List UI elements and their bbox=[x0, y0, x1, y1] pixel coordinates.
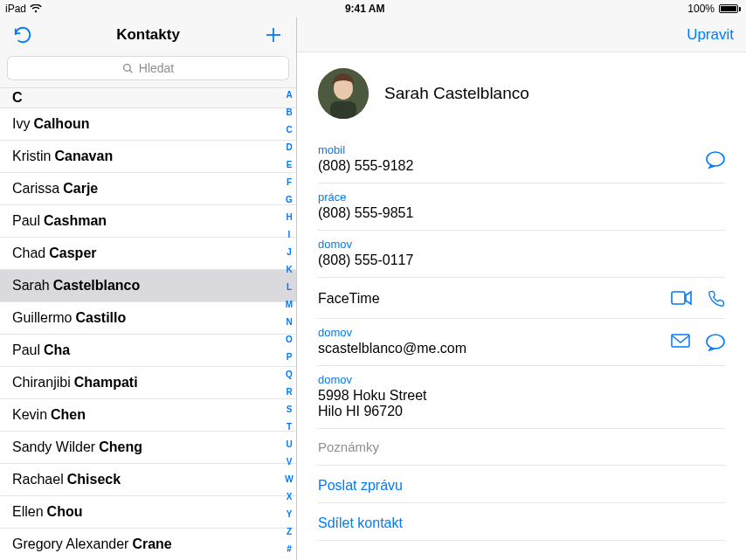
index-letter[interactable]: Q bbox=[286, 370, 293, 379]
contact-row[interactable]: SarahCastelblanco bbox=[0, 270, 296, 302]
address-label: domov bbox=[318, 373, 725, 386]
svg-rect-8 bbox=[672, 292, 685, 304]
phone-field[interactable]: domov(808) 555-0117 bbox=[318, 231, 725, 278]
battery-icon bbox=[716, 4, 741, 13]
address-field[interactable]: domov 5998 Hoku Street Hilo HI 96720 bbox=[318, 366, 725, 429]
alpha-index[interactable]: ABCDEFGHIJKLMNOPQRSTUVWXYZ# bbox=[282, 87, 296, 560]
index-letter[interactable]: H bbox=[286, 213, 292, 222]
search-input[interactable]: Hledat bbox=[7, 56, 289, 80]
svg-point-2 bbox=[123, 64, 130, 71]
index-letter[interactable]: M bbox=[286, 301, 293, 309]
index-letter[interactable]: P bbox=[287, 353, 293, 362]
index-letter[interactable]: A bbox=[286, 91, 292, 100]
detail-header: Upravit bbox=[297, 17, 746, 52]
device-label: iPad bbox=[5, 3, 26, 15]
contact-row[interactable]: PaulCha bbox=[0, 335, 296, 367]
search-icon bbox=[122, 63, 134, 74]
contact-first: Paul bbox=[12, 342, 40, 358]
index-letter[interactable]: S bbox=[287, 405, 293, 414]
email-field[interactable]: domov scastelblanco@me.com bbox=[318, 319, 725, 366]
contact-last: Carje bbox=[63, 181, 98, 197]
contact-last: Casper bbox=[49, 245, 96, 261]
search-placeholder: Hledat bbox=[139, 61, 174, 75]
contact-detail: Upravit Sarah Castelblanco mobil(808) 55… bbox=[297, 17, 746, 560]
phone-icon[interactable] bbox=[708, 290, 725, 308]
contact-last: Champati bbox=[74, 375, 138, 391]
contact-row[interactable]: ChiranjibiChampati bbox=[0, 367, 296, 399]
contact-last: Chiseck bbox=[67, 472, 121, 487]
phone-field[interactable]: práce(808) 555-9851 bbox=[318, 183, 725, 231]
svg-point-7 bbox=[707, 152, 724, 166]
index-letter[interactable]: V bbox=[287, 458, 293, 467]
battery-percent: 100% bbox=[687, 3, 715, 15]
notes-field[interactable]: Poznámky bbox=[318, 429, 725, 466]
contact-row[interactable]: CarissaCarje bbox=[0, 173, 296, 205]
contact-last: Chen bbox=[51, 407, 86, 423]
contact-row[interactable]: RachaelChiseck bbox=[0, 464, 296, 496]
clock: 9:41 AM bbox=[42, 3, 687, 15]
index-letter[interactable]: J bbox=[287, 248, 292, 257]
wifi-icon bbox=[30, 4, 42, 13]
index-letter[interactable]: U bbox=[286, 440, 292, 449]
phone-value: (808) 555-0117 bbox=[318, 252, 725, 268]
contact-row[interactable]: IvyCalhoun bbox=[0, 108, 296, 141]
contact-last: Cha bbox=[44, 342, 70, 358]
contact-first: Kristin bbox=[12, 149, 51, 164]
contact-first: Kevin bbox=[12, 407, 47, 423]
index-letter[interactable]: W bbox=[285, 475, 293, 484]
contact-last: Chou bbox=[47, 504, 83, 520]
contact-first: Chad bbox=[12, 245, 45, 261]
index-letter[interactable]: E bbox=[287, 161, 293, 169]
index-letter[interactable]: Y bbox=[287, 510, 293, 519]
contact-first: Ivy bbox=[12, 116, 30, 132]
index-letter[interactable]: G bbox=[286, 196, 293, 204]
index-letter[interactable]: D bbox=[286, 143, 292, 152]
mail-icon[interactable] bbox=[671, 334, 690, 351]
contact-row[interactable]: Gregory AlexanderCrane bbox=[0, 529, 296, 560]
phone-value: (808) 555-9182 bbox=[318, 158, 725, 174]
index-letter[interactable]: K bbox=[286, 266, 292, 274]
video-icon[interactable] bbox=[671, 290, 692, 308]
contact-last: Cashman bbox=[44, 213, 107, 229]
contact-last: Castillo bbox=[75, 310, 126, 326]
index-letter[interactable]: N bbox=[286, 318, 292, 327]
index-letter[interactable]: B bbox=[286, 108, 292, 117]
section-header: C bbox=[0, 87, 296, 108]
svg-line-3 bbox=[129, 70, 132, 73]
contact-first: Guillermo bbox=[12, 310, 72, 326]
add-contact-button[interactable] bbox=[261, 23, 286, 47]
phone-field[interactable]: mobil(808) 555-9182 bbox=[318, 136, 725, 183]
message-icon[interactable] bbox=[706, 334, 725, 351]
refresh-button[interactable] bbox=[10, 23, 35, 47]
share-contact-button[interactable]: Sdílet kontakt bbox=[318, 503, 725, 541]
index-letter[interactable]: T bbox=[287, 423, 292, 432]
status-bar: iPad 9:41 AM 100% bbox=[0, 0, 746, 17]
address-line1: 5998 Hoku Street bbox=[318, 388, 725, 404]
send-message-button[interactable]: Poslat zprávu bbox=[318, 466, 725, 503]
contact-row[interactable]: EllenChou bbox=[0, 496, 296, 529]
edit-button[interactable]: Upravit bbox=[687, 26, 734, 44]
message-icon[interactable] bbox=[706, 151, 725, 169]
index-letter[interactable]: X bbox=[287, 493, 293, 501]
contact-row[interactable]: PaulCashman bbox=[0, 205, 296, 238]
contact-row[interactable]: GuillermoCastillo bbox=[0, 302, 296, 335]
contact-row[interactable]: Sandy WilderCheng bbox=[0, 432, 296, 464]
contact-first: Chiranjibi bbox=[12, 375, 71, 391]
email-label: domov bbox=[318, 326, 725, 339]
contact-row[interactable]: KevinChen bbox=[0, 399, 296, 432]
sidebar-header: Kontakty bbox=[0, 17, 296, 52]
index-letter[interactable]: Z bbox=[287, 528, 292, 536]
contact-row[interactable]: KristinCanavan bbox=[0, 141, 296, 173]
index-letter[interactable]: L bbox=[287, 283, 292, 292]
contact-row[interactable]: ChadCasper bbox=[0, 238, 296, 270]
index-letter[interactable]: # bbox=[287, 545, 292, 554]
index-letter[interactable]: F bbox=[287, 178, 292, 187]
contact-first: Sandy Wilder bbox=[12, 439, 95, 455]
index-letter[interactable]: O bbox=[286, 335, 293, 344]
contact-last: Castelblanco bbox=[53, 278, 141, 294]
index-letter[interactable]: C bbox=[286, 126, 292, 135]
facetime-row[interactable]: FaceTime bbox=[318, 278, 725, 319]
contact-list[interactable]: C IvyCalhounKristinCanavanCarissaCarjePa… bbox=[0, 87, 296, 560]
index-letter[interactable]: I bbox=[288, 231, 291, 239]
index-letter[interactable]: R bbox=[286, 388, 292, 397]
